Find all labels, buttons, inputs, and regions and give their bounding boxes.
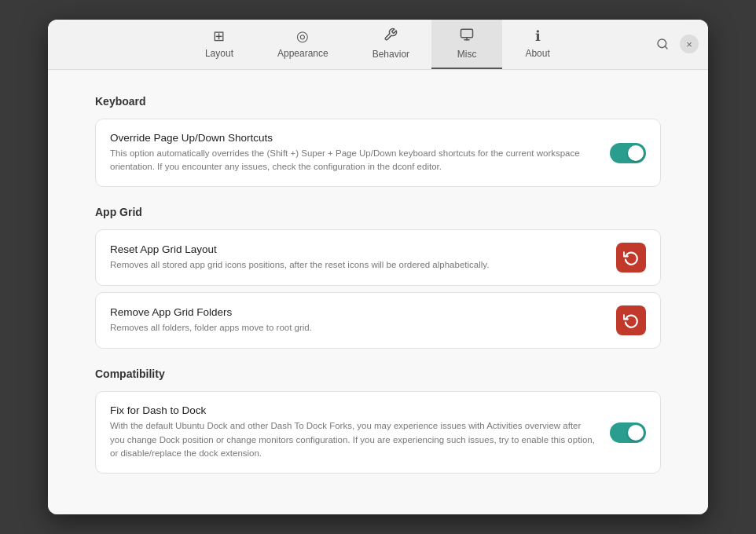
reset-app-grid-title: Reset App Grid Layout xyxy=(110,243,604,255)
tab-appearance[interactable]: ◎ Appearance xyxy=(255,20,350,69)
reset-app-grid-card: Reset App Grid Layout Removes all stored… xyxy=(95,229,661,286)
compatibility-section-title: Compatibility xyxy=(95,368,661,380)
remove-folders-text: Remove App Grid Folders Removes all fold… xyxy=(110,306,604,335)
tab-behavior-label: Behavior xyxy=(372,49,409,60)
tab-misc-label: Misc xyxy=(457,49,477,60)
remove-folders-button[interactable] xyxy=(616,305,646,335)
close-icon: × xyxy=(686,38,692,50)
fix-dash-title: Fix for Dash to Dock xyxy=(110,404,597,416)
misc-icon xyxy=(460,27,474,46)
keyboard-section-title: Keyboard xyxy=(95,95,661,108)
app-grid-section: App Grid Reset App Grid Layout Removes a… xyxy=(95,206,661,349)
reset-app-grid-button[interactable] xyxy=(616,243,646,272)
remove-folders-title: Remove App Grid Folders xyxy=(110,306,604,318)
svg-line-4 xyxy=(665,46,667,49)
search-icon xyxy=(656,38,669,50)
search-button[interactable] xyxy=(651,33,673,55)
tab-bar: ⊞ Layout ◎ Appearance Behavior xyxy=(183,20,573,69)
close-button[interactable]: × xyxy=(680,35,699,53)
remove-folders-card: Remove App Grid Folders Removes all fold… xyxy=(95,292,661,349)
override-shortcuts-desc: This option automatically overrides the … xyxy=(110,147,597,174)
fix-dash-thumb xyxy=(628,425,644,441)
tab-behavior[interactable]: Behavior xyxy=(350,20,431,69)
override-shortcuts-track[interactable] xyxy=(610,143,646,163)
appearance-icon: ◎ xyxy=(296,27,309,45)
reset-icon-2 xyxy=(623,313,639,328)
behavior-icon xyxy=(384,27,398,46)
tab-layout[interactable]: ⊞ Layout xyxy=(183,20,255,69)
titlebar: ⊞ Layout ◎ Appearance Behavior xyxy=(48,20,708,70)
tab-appearance-label: Appearance xyxy=(277,48,328,59)
fix-dash-track[interactable] xyxy=(610,422,646,443)
fix-dash-desc: With the default Ubuntu Dock and other D… xyxy=(110,419,597,460)
fix-dash-toggle[interactable] xyxy=(610,422,646,443)
main-content: Keyboard Override Page Up/Down Shortcuts… xyxy=(48,70,708,514)
tab-about[interactable]: ℹ About xyxy=(502,20,573,69)
titlebar-actions: × xyxy=(651,33,699,55)
reset-icon xyxy=(623,250,639,265)
svg-rect-0 xyxy=(461,29,473,38)
reset-app-grid-text: Reset App Grid Layout Removes all stored… xyxy=(110,243,604,272)
about-icon: ℹ xyxy=(535,27,541,45)
compatibility-section: Compatibility Fix for Dash to Dock With … xyxy=(95,368,661,474)
tab-misc[interactable]: Misc xyxy=(431,20,502,69)
override-shortcuts-toggle[interactable] xyxy=(610,143,646,163)
layout-icon: ⊞ xyxy=(213,27,225,45)
keyboard-section: Keyboard Override Page Up/Down Shortcuts… xyxy=(95,95,661,188)
app-grid-section-title: App Grid xyxy=(95,206,661,218)
remove-folders-desc: Removes all folders, folder apps move to… xyxy=(110,321,604,335)
reset-app-grid-desc: Removes all stored app grid icons positi… xyxy=(110,258,604,272)
fix-dash-card: Fix for Dash to Dock With the default Ub… xyxy=(95,391,661,474)
override-shortcuts-title: Override Page Up/Down Shortcuts xyxy=(110,132,597,144)
fix-dash-text: Fix for Dash to Dock With the default Ub… xyxy=(110,404,597,460)
tab-layout-label: Layout xyxy=(205,48,233,59)
override-shortcuts-card: Override Page Up/Down Shortcuts This opt… xyxy=(95,119,661,188)
tab-about-label: About xyxy=(525,48,549,59)
settings-window: ⊞ Layout ◎ Appearance Behavior xyxy=(48,20,708,514)
override-shortcuts-thumb xyxy=(628,145,644,161)
override-shortcuts-text: Override Page Up/Down Shortcuts This opt… xyxy=(110,132,597,174)
